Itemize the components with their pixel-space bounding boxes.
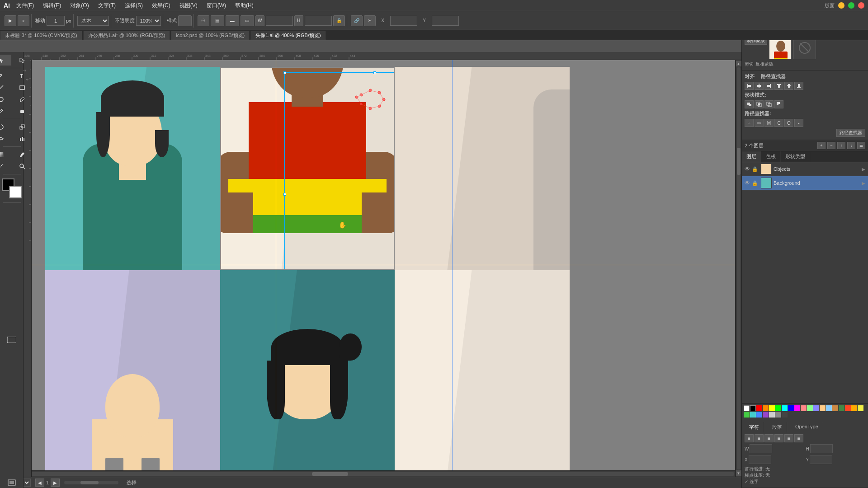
align-left-text-btn[interactable]: ≡ [745,434,754,442]
y-input[interactable] [432,16,459,26]
swatch-teal[interactable] [750,412,756,418]
crop-path-btn[interactable]: C [774,119,783,127]
align-vcenter-btn[interactable] [784,82,793,90]
normal-mode-btn[interactable] [5,334,19,345]
swatch-red[interactable] [756,405,762,411]
tab-2[interactable]: icon2.psd @ 100% (RGB/预览) [171,31,250,40]
swatch-gray[interactable] [775,412,781,418]
trim-btn[interactable]: ✂ [755,119,764,127]
zoom-tool[interactable] [12,161,33,172]
prev-page-btn[interactable]: ◀ [35,479,44,487]
swatch-white[interactable] [744,405,750,411]
align-justify-all-btn[interactable]: ≡ [794,434,803,442]
swatch-magenta[interactable] [794,405,800,411]
canvas-area[interactable]: ✋ [32,60,741,477]
stroke-select[interactable]: 基本 [77,16,109,26]
x-input[interactable] [390,16,417,26]
menu-view[interactable]: 视图(V) [178,1,199,10]
eraser-tool[interactable] [12,106,33,117]
move-x-input[interactable] [47,16,65,26]
menu-object[interactable]: 对象(O) [68,1,90,10]
swatch-yellow[interactable] [769,405,775,411]
maximize-button[interactable] [848,2,854,9]
layer-add-btn[interactable]: + [817,142,826,149]
tab-0[interactable]: 未标题-3* @ 100% (CMYK/预览) [0,31,82,40]
align-icon-btn[interactable]: ▬ [226,15,239,26]
swatch-sky[interactable] [826,405,832,411]
refresh-icon-btn[interactable]: ♾ [198,15,209,26]
align-justify-btn[interactable]: ≡ [774,434,783,442]
menu-help[interactable]: 帮助(H) [233,1,255,10]
layer-lock-bg[interactable]: 🔒 [752,180,759,186]
layer-item-background[interactable]: 👁 🔒 Background ▶ [742,176,868,190]
pencil-tool[interactable] [0,106,11,117]
vscroll-up-arrow[interactable]: ▲ [736,61,741,66]
distribute-icon-btn[interactable]: ▭ [241,15,254,26]
rotate-tool[interactable] [0,122,11,132]
swatch-silver[interactable] [769,412,775,418]
minimize-button[interactable] [838,2,844,9]
warp-tool[interactable] [0,133,11,144]
close-button[interactable] [858,2,864,9]
align-top-btn[interactable] [774,82,783,90]
background-color[interactable] [9,186,22,198]
scrollbar-mini[interactable] [64,481,118,484]
layer-expand-bg[interactable]: ▶ [862,181,865,186]
y-transform-input[interactable]: 0 px [810,455,832,464]
toolbar-select-btn[interactable]: ▶ [5,15,16,26]
width-transform-input[interactable]: 0 px [750,444,772,453]
lock-ratio-btn[interactable]: 🔒 [333,15,345,26]
rect-tool[interactable] [12,82,33,93]
menu-edit[interactable]: 编辑(E) [41,1,63,10]
menu-window[interactable]: 窗口(W) [205,1,228,10]
swatch-orange[interactable] [763,405,769,411]
swatch-lavender[interactable] [813,405,819,411]
layer-item-objects[interactable]: 👁 🔒 Objects ▶ [742,162,868,176]
outline-btn[interactable]: O [784,119,793,127]
merge-btn[interactable]: M [764,119,774,127]
align-right-text-btn[interactable]: ≡ [764,434,774,442]
horizontal-scrollbar[interactable]: ◀ ▶ [24,470,741,477]
typo-tab-para[interactable]: 段落 [768,422,787,432]
height-transform-input[interactable]: 0 px [810,444,833,453]
swatch-tomato[interactable] [845,405,851,411]
swatch-cornflower[interactable] [756,412,762,418]
layer-down-btn[interactable]: ↓ [847,142,855,149]
pen-tool[interactable] [0,70,11,81]
layer-lock-objects[interactable]: 🔒 [752,166,759,172]
height-input[interactable] [305,16,332,26]
swatch-purple[interactable] [763,412,769,418]
minus-back-btn[interactable]: - [794,119,803,127]
menu-file[interactable]: 文件(F) [14,1,36,10]
swatch-lightgreen[interactable] [807,405,813,411]
swatch-amber[interactable] [851,405,857,411]
swatch-lime[interactable] [744,412,750,418]
subtab-layers[interactable]: 图层 [742,151,761,162]
direct-selection-tool[interactable] [12,55,33,66]
swatch-darkgreen[interactable] [839,405,844,411]
typo-tab-ot[interactable]: OpenType [791,422,823,432]
eyedropper-tool[interactable] [12,149,33,160]
artboard-tool[interactable] [3,477,21,488]
crop-btn[interactable]: ✂ [364,15,376,26]
layer-eye-bg[interactable]: 👁 [745,180,752,186]
swatch-peach[interactable] [820,405,826,411]
tab-3-active[interactable]: 头像1.ai @ 400% (RGB/预览) [250,31,326,40]
exclude-btn[interactable] [764,100,774,108]
toolbar-direct-select-btn[interactable]: ▹ [18,15,29,26]
swatch-darkgray[interactable] [782,412,788,418]
graph-tool[interactable] [12,133,33,144]
layer-expand-objects[interactable]: ▶ [862,167,865,172]
ellipse-tool[interactable] [0,94,11,105]
height-icon-btn[interactable]: H [294,15,303,26]
next-page-btn[interactable]: ▶ [51,479,60,487]
swatch-blue[interactable] [788,405,794,411]
expand-btn[interactable]: 路径查找器 [836,129,865,137]
gradient-tool[interactable] [0,149,11,160]
type-tool[interactable]: T [12,70,33,81]
mini-scrollbar-thumb[interactable] [80,481,99,484]
transform-icon-btn[interactable]: ▤ [211,15,224,26]
subtab-swatches[interactable]: 色板 [761,151,781,162]
vscroll-down-arrow[interactable]: ▼ [736,470,741,476]
tab-1[interactable]: 办公用品1.ai* @ 100% (RGB/预览) [83,31,170,40]
